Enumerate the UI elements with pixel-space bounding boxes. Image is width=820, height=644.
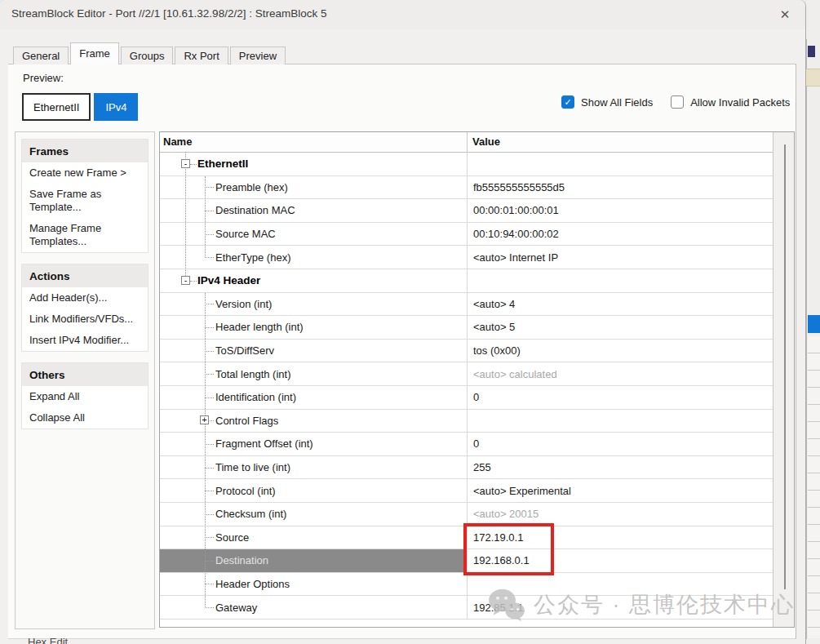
tab-rx-port[interactable]: Rx Port: [175, 47, 228, 64]
preview-header-button-ipv4[interactable]: IPv4: [94, 93, 138, 121]
field-value-cell[interactable]: [467, 573, 774, 596]
expand-toggle-icon[interactable]: -: [181, 159, 190, 168]
table-row-gateway[interactable]: Gateway 192.85.1.1: [160, 596, 774, 620]
scrollbar-thumb[interactable]: [784, 144, 786, 589]
preview-header-button-ethernetii[interactable]: EthernetII: [22, 93, 91, 121]
field-name-cell[interactable]: Checksum (int): [160, 503, 467, 526]
table-row-preamble-hex[interactable]: Preamble (hex) fb555555555555d5: [160, 176, 774, 200]
window-title: StreamBlock Editor - Port //2/1 [10.61.3…: [11, 7, 326, 20]
table-row-protocol-int[interactable]: Protocol (int) <auto> Experimental: [160, 479, 774, 503]
field-name-cell[interactable]: Version (int): [160, 293, 467, 316]
field-name-cell[interactable]: Total length (int): [160, 362, 467, 385]
vertical-scrollbar[interactable]: [773, 132, 794, 627]
tree-line: [205, 176, 206, 258]
field-name-cell[interactable]: - EthernetII: [160, 153, 467, 175]
sidebar-item-expand-all[interactable]: Expand All: [22, 386, 148, 407]
table-row-version-int[interactable]: Version (int) <auto> 4: [160, 293, 774, 317]
option-show-all-fields[interactable]: ✓ Show All Fields: [561, 95, 653, 109]
field-value-cell[interactable]: [467, 269, 774, 292]
field-value-cell[interactable]: 192.168.0.1: [467, 549, 774, 572]
field-value-cell[interactable]: 255: [467, 456, 774, 479]
field-name-cell[interactable]: Identification (int): [160, 386, 467, 409]
field-name-cell[interactable]: Header length (int): [160, 316, 467, 339]
field-name-cell[interactable]: EtherType (hex): [160, 246, 467, 269]
table-row-total-length-int[interactable]: Total length (int) <auto> calculated: [160, 362, 774, 386]
titlebar[interactable]: StreamBlock Editor - Port //2/1 [10.61.3…: [0, 0, 805, 29]
sidebar-item-save-frame-as-template[interactable]: Save Frame as Template...: [22, 184, 148, 218]
tab-label: Groups: [130, 50, 165, 62]
table-row-source-mac[interactable]: Source MAC 00:10:94:00:00:02: [160, 223, 774, 246]
field-name-cell[interactable]: Destination: [160, 549, 467, 572]
field-name: ToS/DiffServ: [215, 344, 274, 357]
table-row-destination-mac[interactable]: Destination MAC 00:00:01:00:00:01: [160, 199, 774, 223]
checkbox-icon[interactable]: ✓: [671, 95, 684, 109]
field-name-cell[interactable]: Destination MAC: [160, 199, 467, 222]
field-value-cell[interactable]: [467, 153, 774, 175]
field-name: Header Options: [215, 578, 290, 590]
tree-stub: [205, 561, 214, 562]
field-name: Source MAC: [215, 228, 276, 240]
expand-toggle-icon[interactable]: +: [200, 415, 209, 424]
table-row-checksum-int[interactable]: Checksum (int) <auto> 20015: [160, 503, 774, 526]
sidebar-item-manage-frame-templates[interactable]: Manage Frame Templates...: [22, 218, 148, 252]
field-value-cell[interactable]: 172.19.0.1: [467, 526, 774, 549]
field-value-cell[interactable]: 00:00:01:00:00:01: [467, 199, 774, 222]
field-name-cell[interactable]: Source: [160, 526, 467, 549]
table-row-identification-int[interactable]: Identification (int) 0: [160, 386, 774, 410]
field-name-cell[interactable]: Gateway: [160, 596, 467, 619]
field-value-cell[interactable]: <auto> 20015: [467, 503, 774, 526]
field-value-cell[interactable]: <auto> 4: [467, 293, 774, 316]
field-value: 0: [473, 391, 479, 403]
background-window: [806, 0, 820, 644]
field-name-cell[interactable]: Time to live (int): [160, 456, 467, 479]
table-row-header-options[interactable]: Header Options: [160, 573, 774, 597]
field-name: Destination MAC: [215, 204, 295, 216]
field-value-cell[interactable]: fb555555555555d5: [467, 176, 774, 199]
sidebar-item-create-new-frame[interactable]: Create new Frame >: [22, 162, 148, 184]
table-row-ethertype-hex[interactable]: EtherType (hex) <auto> Internet IP: [160, 246, 774, 269]
table-row-ipv4-header[interactable]: - IPv4 Header: [160, 269, 774, 293]
expand-toggle-icon[interactable]: -: [181, 276, 190, 285]
table-row-ethernetii[interactable]: - EthernetII: [160, 153, 774, 176]
field-value-cell[interactable]: <auto> Internet IP: [467, 246, 774, 269]
field-name-cell[interactable]: Preamble (hex): [160, 176, 467, 199]
checkbox-icon[interactable]: ✓: [561, 95, 574, 109]
option-allow-invalid-packets[interactable]: ✓ Allow Invalid Packets: [671, 95, 790, 109]
field-value-cell[interactable]: <auto> calculated: [467, 362, 774, 385]
sidebar-section-title: Others: [22, 363, 148, 386]
table-row-time-to-live-int[interactable]: Time to live (int) 255: [160, 456, 774, 480]
tab-general[interactable]: General: [13, 47, 69, 64]
table-row-destination[interactable]: Destination 192.168.0.1: [160, 549, 774, 573]
table-row-source[interactable]: Source 172.19.0.1: [160, 526, 774, 550]
preview-label: Preview:: [23, 72, 64, 84]
table-row-fragment-offset-int[interactable]: Fragment Offset (int) 0: [160, 433, 774, 456]
sidebar-item-add-header-s[interactable]: Add Header(s)...: [22, 287, 148, 309]
field-value-cell[interactable]: tos (0x00): [467, 340, 774, 362]
table-row-header-length-int[interactable]: Header length (int) <auto> 5: [160, 316, 774, 340]
tab-frame[interactable]: Frame: [70, 42, 119, 64]
field-value-cell[interactable]: 192.85.1.1: [467, 596, 774, 619]
field-name-cell[interactable]: ToS/DiffServ: [160, 340, 467, 362]
field-value-cell[interactable]: 0: [467, 386, 774, 409]
field-value-cell[interactable]: 00:10:94:00:00:02: [467, 223, 774, 246]
table-row-tos-diffserv[interactable]: ToS/DiffServ tos (0x00): [160, 340, 774, 363]
field-value: <auto> calculated: [473, 368, 557, 380]
table-row-control-flags[interactable]: + Control Flags: [160, 410, 774, 433]
field-value-cell[interactable]: [467, 410, 774, 433]
field-name-cell[interactable]: Source MAC: [160, 223, 467, 246]
sidebar-item-collapse-all[interactable]: Collapse All: [22, 407, 148, 429]
field-value-cell[interactable]: 0: [467, 433, 774, 455]
field-name-cell[interactable]: Fragment Offset (int): [160, 433, 467, 455]
field-name-cell[interactable]: - IPv4 Header: [160, 269, 467, 292]
sidebar-item-link-modifiers-vfds[interactable]: Link Modifiers/VFDs...: [22, 309, 148, 330]
field-name-cell[interactable]: Protocol (int): [160, 479, 467, 502]
sidebar-item-insert-ipv4-modifier[interactable]: Insert IPv4 Modifier...: [22, 330, 148, 351]
field-value-cell[interactable]: <auto> 5: [467, 316, 774, 339]
tab-groups[interactable]: Groups: [121, 47, 174, 64]
tab-preview[interactable]: Preview: [230, 47, 286, 64]
field-value-cell[interactable]: <auto> Experimental: [467, 479, 774, 502]
field-name-cell[interactable]: Header Options: [160, 573, 467, 596]
field-name-cell[interactable]: + Control Flags: [160, 410, 467, 433]
close-icon[interactable]: ✕: [771, 4, 799, 25]
column-header-name: Name: [160, 132, 467, 152]
